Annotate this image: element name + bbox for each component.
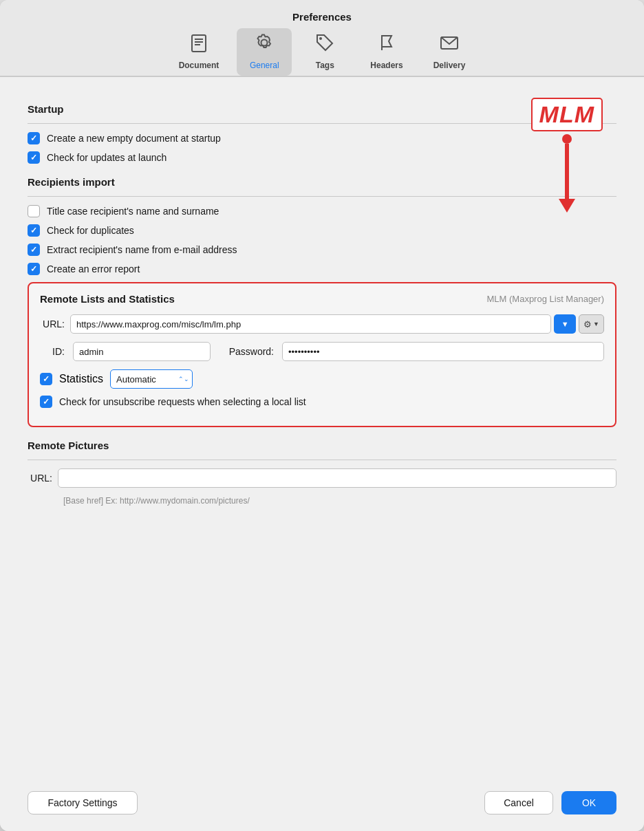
factory-settings-button[interactable]: Factory Settings [28,791,138,814]
checkbox-ri1-label: Title case recipient's name and surname [47,206,219,217]
checkbox-ri3-label: Extract recipient's name from e-mail add… [47,244,237,255]
startup-heading: Startup [28,103,616,115]
recipients-divider [28,196,616,197]
checkbox-row-ri3: Extract recipient's name from e-mail add… [28,244,616,256]
startup-divider [28,123,616,124]
window-title: Preferences [292,11,352,23]
url-row: URL: ▼ ⚙ ▼ [40,314,604,334]
tab-document-label: Document [179,61,219,70]
checkbox-ri3[interactable] [28,244,40,256]
tab-headers-label: Headers [370,61,402,70]
checkbox-startup2[interactable] [28,151,40,164]
tab-delivery[interactable]: Delivery [421,28,478,76]
checkbox-row-startup2: Check for updates at launch [28,151,616,164]
chevron-down-icon: ▼ [561,320,569,328]
password-input[interactable] [282,342,604,361]
tag-icon [314,32,335,58]
remote-pictures-heading: Remote Pictures [28,440,616,451]
tab-headers[interactable]: Headers [358,28,415,76]
statistics-select[interactable]: Automatic Manual Disabled [110,369,193,389]
gear-small-icon: ⚙ [583,319,592,330]
pictures-url-row: URL: [28,468,616,488]
document-icon [189,32,209,58]
svg-rect-0 [192,35,206,52]
url-dropdown-button[interactable]: ▼ [554,314,576,334]
svg-point-4 [319,37,322,40]
checkbox-unsubscribe[interactable] [40,396,52,408]
tab-document[interactable]: Document [167,28,232,76]
ok-button[interactable]: OK [561,791,616,814]
tab-delivery-label: Delivery [433,61,466,70]
mlm-arrow [559,134,575,213]
statistics-label: Statistics [59,373,103,385]
pictures-url-input[interactable] [58,468,616,488]
statistics-select-wrapper: Automatic Manual Disabled [110,369,193,389]
checkbox-row-startup1: Create a new empty document at startup [28,132,616,144]
recipients-import-section: Recipients import Title case recipient's… [28,176,616,275]
tab-tags-label: Tags [316,61,334,70]
flag-icon [376,32,397,58]
tab-general[interactable]: General [237,28,292,76]
unsubscribe-label: Check for unsubscribe requests when sele… [59,396,306,407]
password-label: Password: [219,346,274,357]
id-label: ID: [40,346,65,357]
recipients-heading: Recipients import [28,176,616,188]
mlm-badge: MLM [531,98,603,131]
checkbox-statistics[interactable] [40,373,52,385]
checkbox-ri2[interactable] [28,224,40,237]
checkbox-row-ri1: Title case recipient's name and surname [28,205,616,217]
tab-tags[interactable]: Tags [297,28,352,76]
checkbox-startup1-label: Create a new empty document at startup [47,133,221,144]
checkbox-row-ri4: Create an error report [28,263,616,275]
remote-pictures-section: Remote Pictures URL: [Base href] Ex: htt… [28,440,616,506]
pictures-url-label: URL: [28,473,52,484]
url-input[interactable] [70,314,551,334]
button-group-right: Cancel OK [484,791,616,814]
checkbox-startup2-label: Check for updates at launch [47,152,167,163]
mlm-annotation: MLM [531,98,603,213]
checkbox-ri4[interactable] [28,263,40,275]
statistics-row: Statistics Automatic Manual Disabled [40,369,604,389]
remote-pictures-divider [28,460,616,460]
pictures-url-hint: [Base href] Ex: http://www.mydomain.com/… [63,496,616,506]
checkbox-row-unsubscribe: Check for unsubscribe requests when sele… [40,396,604,408]
remote-lists-title: Remote Lists and Statistics [40,293,175,305]
cancel-button[interactable]: Cancel [484,791,553,814]
id-input[interactable] [73,342,211,361]
bottom-bar: Factory Settings Cancel OK [0,780,644,831]
tab-general-label: General [250,61,279,70]
url-label: URL: [40,319,65,330]
checkbox-row-ri2: Check for duplicates [28,224,616,237]
url-gear-button[interactable]: ⚙ ▼ [579,314,604,334]
remote-lists-header: Remote Lists and Statistics MLM (Maxprog… [40,293,604,305]
remote-lists-section: Remote Lists and Statistics MLM (Maxprog… [28,282,616,427]
checkbox-ri4-label: Create an error report [47,263,140,274]
mail-icon [439,32,460,58]
gear-chevron-icon: ▼ [593,321,599,327]
startup-section: Startup Create a new empty document at s… [28,103,616,164]
checkbox-startup1[interactable] [28,132,40,144]
id-password-row: ID: Password: [40,342,604,361]
checkbox-ri1[interactable] [28,205,40,217]
url-input-wrapper: ▼ ⚙ ▼ [70,314,604,334]
checkbox-ri2-label: Check for duplicates [47,225,134,236]
gear-icon [254,32,275,58]
remote-lists-subtitle: MLM (Maxprog List Manager) [487,294,605,304]
